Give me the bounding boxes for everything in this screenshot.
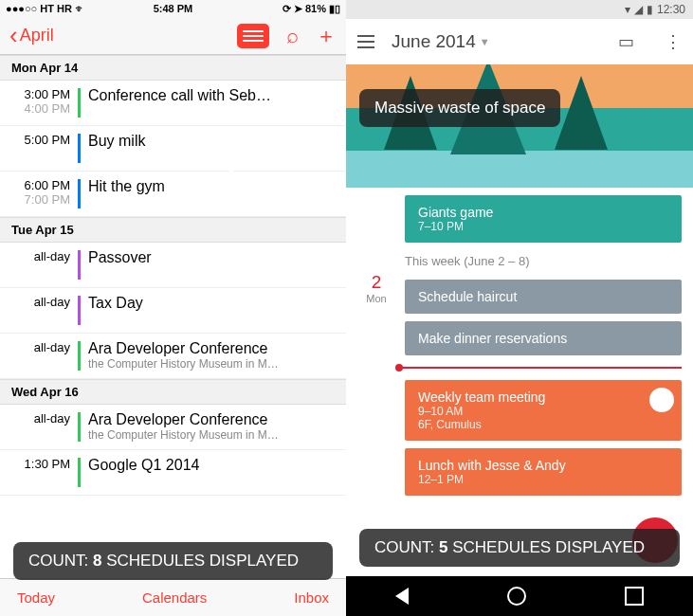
wifi-icon: ▾ bbox=[625, 3, 630, 16]
ios-calendar-screen: ●●●○○ HT HR ᯤ 5:48 PM ⟳ ➤ 81% ▮▯ ‹April … bbox=[0, 0, 346, 616]
event-title: Ara Developer Conferencethe Computer His… bbox=[81, 334, 346, 378]
event-list[interactable]: Mon Apr 143:00 PM4:00 PMConference call … bbox=[0, 55, 346, 496]
android-calendar-screen: ▾◢▮ 12:30 June 2014▼ ▭ ⋮ Massive waste o… bbox=[346, 0, 693, 616]
brace-icon: } bbox=[346, 205, 360, 249]
event-time: all-day bbox=[0, 405, 78, 449]
event-card[interactable]: Schedule haircut bbox=[405, 280, 682, 314]
chevron-left-icon: ‹ bbox=[9, 21, 18, 50]
event-time: 1:30 PM bbox=[0, 450, 78, 495]
ios-tab-bar: Today Calendars Inbox bbox=[0, 578, 346, 616]
event-row[interactable]: all-dayAra Developer Conferencethe Compu… bbox=[0, 405, 346, 450]
event-card[interactable]: Make dinner reservations bbox=[405, 321, 682, 355]
event-row[interactable]: all-dayPassover bbox=[0, 243, 346, 288]
tab-calendars[interactable]: Calendars bbox=[142, 589, 207, 606]
hero-overlay-text: Massive waste of space bbox=[359, 89, 560, 127]
event-row[interactable]: all-dayAra Developer Conferencethe Compu… bbox=[0, 334, 346, 379]
event-row[interactable]: 1:30 PMGoogle Q1 2014 bbox=[0, 450, 346, 496]
nav-home-icon[interactable] bbox=[507, 587, 526, 606]
tab-today[interactable]: Today bbox=[17, 589, 55, 606]
event-title: Buy milk bbox=[81, 126, 346, 171]
event-title: Ara Developer Conferencethe Computer His… bbox=[81, 405, 346, 449]
event-card[interactable]: Giants game 7–10 PM bbox=[405, 195, 682, 243]
add-icon[interactable]: ＋ bbox=[316, 22, 337, 50]
nav-back-icon[interactable] bbox=[395, 588, 409, 605]
event-title: Google Q1 2014 bbox=[81, 450, 346, 495]
event-time: all-day bbox=[0, 288, 78, 333]
event-row[interactable]: 6:00 PM7:00 PMHit the gym bbox=[0, 172, 346, 217]
event-row[interactable]: 5:00 PMBuy milk bbox=[0, 126, 346, 172]
event-time: 3:00 PM4:00 PM bbox=[0, 81, 78, 125]
event-time: 6:00 PM7:00 PM bbox=[0, 172, 78, 216]
row-height-annotation: 90px bbox=[254, 171, 293, 190]
android-status-bar: ▾◢▮ 12:30 bbox=[346, 0, 693, 19]
battery-label: ⟳ ➤ 81% ▮▯ bbox=[283, 3, 340, 15]
count-overlay: COUNT: 5 SCHEDULES DISPLAYED bbox=[359, 529, 680, 567]
ios-nav-bar: ‹April ⌕ ＋ bbox=[0, 17, 346, 55]
battery-icon: ▮ bbox=[647, 3, 653, 16]
back-button[interactable]: ‹April bbox=[9, 21, 54, 50]
status-time: 5:48 PM bbox=[154, 3, 193, 14]
ios-status-bar: ●●●○○ HT HR ᯤ 5:48 PM ⟳ ➤ 81% ▮▯ bbox=[0, 0, 346, 17]
search-icon[interactable]: ⌕ bbox=[286, 24, 299, 48]
now-indicator bbox=[399, 367, 682, 369]
event-title: Hit the gym bbox=[81, 172, 346, 216]
event-time: all-day bbox=[0, 334, 78, 378]
chevron-down-icon: ▼ bbox=[480, 36, 490, 47]
month-hero-image: Massive waste of space bbox=[346, 64, 693, 188]
carrier-label: ●●●○○ HT HR ᯤ bbox=[6, 3, 85, 14]
event-title: Conference call with Seb… bbox=[81, 81, 346, 125]
day-header: Mon Apr 14 bbox=[0, 55, 346, 81]
event-row[interactable]: all-dayTax Day bbox=[0, 288, 346, 334]
signal-icon: ◢ bbox=[634, 3, 643, 16]
day-header: Wed Apr 16 bbox=[0, 379, 346, 405]
tab-inbox[interactable]: Inbox bbox=[294, 589, 329, 606]
event-title: Tax Day bbox=[81, 288, 346, 333]
schedule-body[interactable]: Giants game 7–10 PM This week (June 2 – … bbox=[346, 188, 693, 503]
event-time: 5:00 PM bbox=[0, 126, 78, 171]
event-row[interactable]: 3:00 PM4:00 PMConference call with Seb… bbox=[0, 81, 346, 126]
count-overlay: COUNT: 8 SCHEDULES DISPLAYED bbox=[13, 542, 333, 580]
overflow-icon[interactable]: ⋮ bbox=[665, 31, 682, 52]
brace-icon: } bbox=[223, 159, 241, 204]
event-card[interactable]: Lunch with Jesse & Andy 12–1 PM bbox=[405, 448, 682, 496]
android-nav-bar bbox=[346, 576, 693, 616]
week-label: This week (June 2 – 8) bbox=[357, 250, 682, 272]
menu-icon[interactable] bbox=[357, 35, 374, 48]
event-title: Passover bbox=[81, 243, 346, 287]
today-icon[interactable]: ▭ bbox=[618, 31, 634, 52]
event-time: all-day bbox=[0, 243, 78, 287]
day-header: Tue Apr 15 bbox=[0, 217, 346, 243]
day-header: 2 Mon bbox=[357, 272, 395, 363]
status-time: 12:30 bbox=[657, 3, 685, 16]
nav-recents-icon[interactable] bbox=[625, 587, 644, 606]
avatar bbox=[649, 388, 674, 412]
event-card[interactable]: Weekly team meeting 9–10 AM 6F, Cumulus bbox=[405, 380, 682, 441]
android-app-bar: June 2014▼ ▭ ⋮ bbox=[346, 19, 693, 64]
list-view-button[interactable] bbox=[237, 24, 269, 48]
month-dropdown[interactable]: June 2014▼ bbox=[392, 31, 601, 52]
